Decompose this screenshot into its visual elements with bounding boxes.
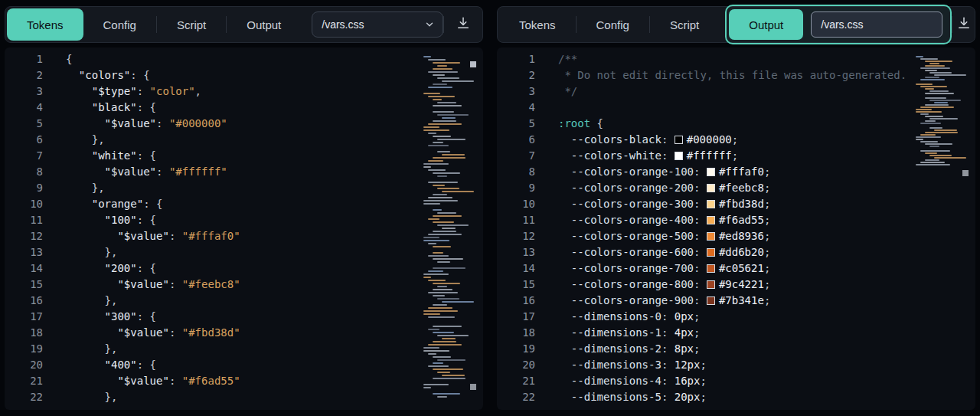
code-line: }, <box>66 341 420 357</box>
code-line: "colors": { <box>66 67 420 84</box>
code-token: : <box>662 359 675 371</box>
code-token: "black" <box>92 101 137 113</box>
code-line: --colors-orange-200: #feebc8; <box>558 180 913 196</box>
output-panel: Tokens Config Script Output 123456789101… <box>497 6 975 410</box>
code-token <box>66 278 117 290</box>
right-editor[interactable]: 12345678910111213141516171819202122 /** … <box>497 47 975 410</box>
color-swatch <box>675 152 683 160</box>
code-token: : { <box>137 262 156 274</box>
code-token <box>558 326 571 339</box>
code-token: --colors-orange-500 <box>571 230 694 242</box>
right-code[interactable]: /** * Do not edit directly, this file wa… <box>535 47 913 410</box>
code-token: : <box>169 326 182 339</box>
code-token: }, <box>92 133 105 146</box>
line-number: 3 <box>5 84 43 100</box>
code-token: --colors-orange-900 <box>571 294 694 306</box>
code-token: ; <box>764 278 770 290</box>
code-token: , <box>195 85 201 97</box>
code-line: }, <box>66 244 420 260</box>
scrollbar-thumb[interactable] <box>470 61 476 67</box>
code-token: : { <box>137 310 156 323</box>
scrollbar-thumb[interactable] <box>470 384 476 390</box>
left-file-select[interactable]: /vars.css <box>312 11 443 38</box>
line-number: 13 <box>5 244 43 260</box>
code-token: "$value" <box>117 278 168 290</box>
color-swatch <box>707 216 715 224</box>
code-token: : <box>169 375 182 387</box>
left-editor[interactable]: 12345678910111213141516171819202122 { "c… <box>5 47 483 410</box>
left-tab-output[interactable]: Output <box>227 8 301 41</box>
left-tab-tokens[interactable]: Tokens <box>7 8 83 41</box>
code-token: ; <box>764 246 770 258</box>
code-token: : <box>156 117 169 129</box>
right-minimap[interactable] <box>913 47 975 410</box>
left-code[interactable]: { "colors": { "$type": "color", "black":… <box>43 47 420 410</box>
right-tab-config[interactable]: Config <box>577 8 649 41</box>
code-token: "$type" <box>92 85 137 97</box>
left-download-button[interactable] <box>444 7 482 42</box>
code-token: "400" <box>105 359 137 371</box>
output-filename-input[interactable] <box>811 11 942 38</box>
line-number: 8 <box>497 164 535 180</box>
code-line: "$value": "#f6ad55" <box>66 373 420 389</box>
code-token: : <box>662 375 675 387</box>
left-tab-script[interactable]: Script <box>157 8 226 41</box>
code-token: */ <box>558 85 577 97</box>
right-tab-output[interactable]: Output <box>729 9 803 40</box>
code-token: : <box>156 165 169 178</box>
code-token: #7b341e <box>719 294 764 306</box>
code-line: --dimensions-1: 4px; <box>558 325 913 341</box>
code-token: "100" <box>105 214 137 226</box>
code-token: }, <box>105 294 118 306</box>
code-line: --colors-orange-100: #fffaf0; <box>558 164 913 180</box>
code-line: */ <box>558 84 913 100</box>
code-token: : <box>662 133 675 146</box>
code-line: --colors-orange-400: #f6ad55; <box>558 212 913 228</box>
code-token: { <box>66 53 72 65</box>
code-token: --colors-black <box>571 133 662 146</box>
color-swatch <box>707 248 715 257</box>
code-line: "$value": "#fffaf0" <box>66 228 420 244</box>
code-token: --dimensions-0 <box>571 310 662 323</box>
code-token: --dimensions-2 <box>571 342 662 355</box>
right-tab-script[interactable]: Script <box>650 8 719 41</box>
line-number: 3 <box>497 84 535 100</box>
code-token: : <box>694 294 707 306</box>
line-number: 19 <box>5 341 43 357</box>
code-token: #ed8936 <box>719 230 764 242</box>
code-token <box>66 149 92 162</box>
code-token: ; <box>764 165 770 178</box>
code-token <box>66 165 105 178</box>
code-token: : <box>694 230 707 242</box>
code-token: --colors-orange-300 <box>571 198 694 210</box>
code-token: "$value" <box>117 326 168 339</box>
color-swatch <box>707 280 715 289</box>
right-tab-tokens[interactable]: Tokens <box>499 8 576 41</box>
scrollbar-thumb[interactable] <box>962 170 969 176</box>
code-token: ; <box>700 359 706 371</box>
code-token: --colors-orange-400 <box>571 214 694 226</box>
code-line: /** <box>558 51 913 67</box>
line-number: 5 <box>497 116 535 132</box>
code-token: ; <box>694 310 700 323</box>
line-number: 12 <box>5 228 43 244</box>
code-token: --dimensions-1 <box>571 326 662 339</box>
left-minimap[interactable] <box>420 47 483 410</box>
color-swatch <box>707 264 715 273</box>
code-token <box>66 359 105 371</box>
color-swatch <box>707 168 715 176</box>
code-token: "white" <box>92 149 137 162</box>
code-token: #feebc8 <box>719 182 764 194</box>
left-tab-config[interactable]: Config <box>83 8 156 41</box>
right-download-button[interactable] <box>952 7 975 42</box>
code-token <box>558 310 571 323</box>
code-token: "#feebc8" <box>182 278 240 290</box>
code-token: ; <box>694 326 700 339</box>
code-token: : { <box>130 69 149 81</box>
code-token: "#ffffff" <box>169 165 227 178</box>
code-token: --dimensions-5 <box>571 391 662 403</box>
color-swatch <box>707 232 715 241</box>
code-token <box>66 101 92 113</box>
line-number: 9 <box>5 180 43 196</box>
line-number: 11 <box>497 212 535 228</box>
